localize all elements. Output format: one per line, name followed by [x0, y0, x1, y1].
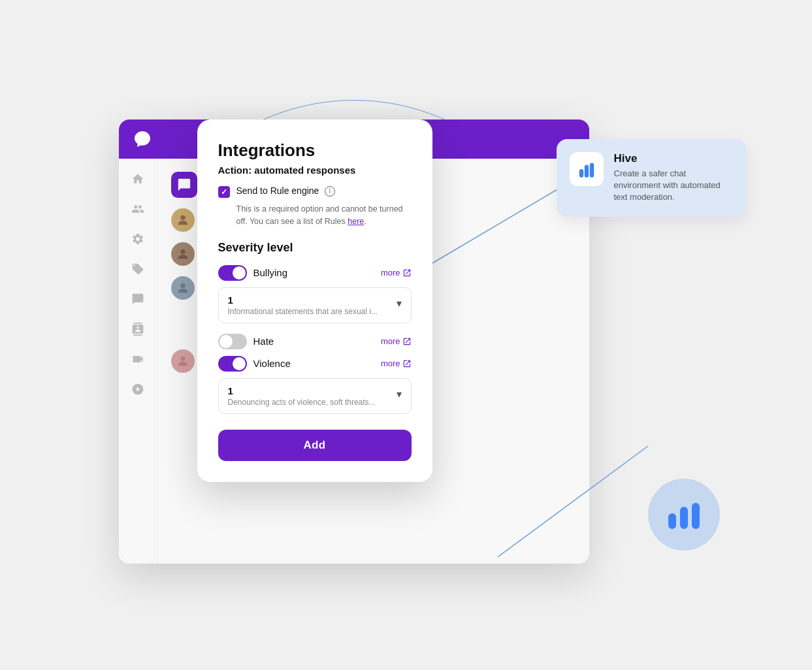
chevron-down-icon: ▾ [397, 388, 402, 400]
hive-logo-box [570, 152, 604, 186]
sidebar-item-video[interactable] [131, 352, 145, 366]
svg-rect-4 [579, 169, 583, 178]
hate-more-link[interactable]: more [381, 336, 412, 346]
bullying-dropdown[interactable]: 1 Informational statements that are sexu… [218, 287, 412, 323]
svg-rect-5 [584, 165, 588, 178]
svg-rect-8 [680, 507, 688, 529]
chevron-down-icon: ▾ [397, 297, 402, 310]
send-to-rule-engine-checkbox[interactable] [218, 186, 230, 198]
hive-card: Hive Create a safer chat environment wit… [557, 139, 746, 217]
violence-label: Violence [253, 358, 291, 369]
bullying-label: Bullying [253, 267, 288, 278]
dropdown-num: 1 [228, 295, 378, 306]
bullying-more-link[interactable]: more [381, 268, 412, 278]
chat-icon-box [171, 172, 197, 198]
avatar [171, 276, 195, 300]
bullying-toggle[interactable] [218, 265, 247, 281]
svg-point-1 [180, 249, 185, 254]
hate-label: Hate [253, 336, 274, 347]
sidebar-item-home[interactable] [131, 172, 145, 186]
svg-rect-6 [589, 163, 593, 177]
sidebar [119, 159, 158, 564]
hive-large-icon [648, 479, 720, 550]
app-logo-icon [132, 129, 153, 150]
rules-link[interactable]: here [348, 217, 364, 226]
list-item [171, 349, 201, 373]
sidebar-item-chat[interactable] [131, 292, 145, 306]
checkbox-label: Send to Rule engine [236, 185, 319, 196]
hate-row: Hate more [218, 334, 412, 349]
avatar [171, 208, 195, 232]
svg-point-2 [180, 283, 185, 288]
sidebar-item-users[interactable] [131, 202, 145, 216]
severity-section-title: Severity level [218, 241, 412, 255]
info-icon[interactable]: i [325, 186, 335, 197]
dropdown-desc: Informational statements that are sexual… [228, 307, 378, 316]
violence-dropdown[interactable]: 1 Denouncing acts of violence, soft thre… [218, 378, 412, 414]
integration-modal: Integrations Action: automated responses… [197, 120, 432, 482]
violence-toggle[interactable] [218, 356, 247, 372]
violence-more-link[interactable]: more [381, 359, 412, 368]
checkbox-description: This is a required option and cannot be … [236, 203, 412, 228]
hive-description: Create a safer chat environment with aut… [614, 168, 733, 204]
add-button[interactable]: Add [218, 430, 412, 461]
modal-subtitle: Action: automated responses [218, 165, 412, 176]
list-item [171, 208, 201, 232]
svg-point-0 [180, 215, 185, 220]
hate-toggle[interactable] [218, 334, 247, 349]
scene: Integrations Action: automated responses… [80, 67, 733, 603]
sidebar-item-tags[interactable] [131, 262, 145, 276]
avatar [171, 242, 195, 266]
checkbox-row: Send to Rule engine i [218, 185, 412, 198]
hive-name: Hive [614, 152, 733, 165]
svg-point-3 [180, 357, 185, 361]
svg-rect-9 [692, 503, 700, 529]
modal-title: Integrations [218, 140, 412, 161]
sidebar-item-settings[interactable] [131, 232, 145, 246]
chat-panel [171, 172, 201, 383]
dropdown-desc: Denouncing acts of violence, soft threat… [228, 398, 376, 407]
avatar [171, 349, 195, 373]
list-item [171, 276, 201, 300]
sidebar-item-contacts[interactable] [131, 322, 145, 336]
violence-row: Violence more [218, 356, 412, 372]
sidebar-item-broadcast[interactable] [131, 382, 145, 396]
list-item [171, 242, 201, 266]
dropdown-num: 1 [228, 385, 376, 396]
bullying-row: Bullying more [218, 265, 412, 281]
svg-rect-7 [668, 513, 676, 529]
